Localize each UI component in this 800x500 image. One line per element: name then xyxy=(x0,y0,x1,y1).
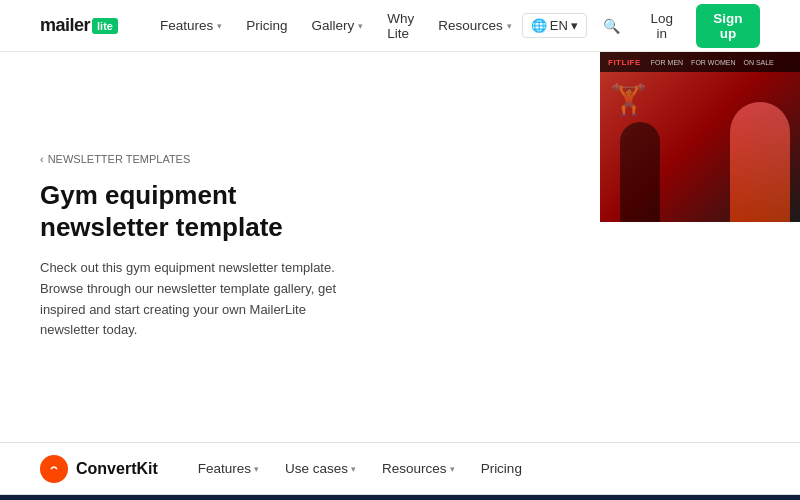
breadcrumb-arrow-icon: ‹ xyxy=(40,153,44,165)
ck-nav-pricing[interactable]: Pricing xyxy=(469,455,534,482)
language-selector[interactable]: 🌐 EN ▾ xyxy=(522,13,587,38)
template-description: Check out this gym equipment newsletter … xyxy=(40,258,350,341)
globe-icon: 🌐 xyxy=(531,18,547,33)
gym-weights-icon: 🏋️ xyxy=(610,82,647,117)
chevron-down-icon: ▾ xyxy=(507,21,512,31)
logo-lite-badge: lite xyxy=(92,18,118,34)
svg-point-0 xyxy=(47,462,61,476)
chevron-down-icon: ▾ xyxy=(351,464,356,474)
convertkit-logo[interactable]: ConvertKit xyxy=(40,455,158,483)
page-title: Gym equipment newsletter template xyxy=(40,179,340,244)
convertkit-navbar: ConvertKit Features ▾ Use cases ▾ Resour… xyxy=(0,443,800,495)
search-button[interactable]: 🔍 xyxy=(595,14,628,38)
gym-figure-2 xyxy=(620,122,660,222)
mailerlite-navbar: mailerlite Features ▾ Pricing Gallery ▾ … xyxy=(0,0,800,52)
nav-why-lite[interactable]: Why Lite xyxy=(377,5,424,47)
convertkit-logo-text: ConvertKit xyxy=(76,460,158,478)
logo-name: mailer xyxy=(40,15,90,36)
ck-nav-items: Features ▾ Use cases ▾ Resources ▾ Prici… xyxy=(186,455,534,482)
nav-features[interactable]: Features ▾ xyxy=(150,12,232,39)
gym-brand-label: FITLIFE xyxy=(608,58,641,67)
gym-figure-1 xyxy=(730,102,790,222)
chevron-down-icon: ▾ xyxy=(254,464,259,474)
chevron-down-icon: ▾ xyxy=(217,21,222,31)
template-content-area: ‹ NEWSLETTER TEMPLATES Gym equipment new… xyxy=(0,52,800,442)
ck-nav-use-cases[interactable]: Use cases ▾ xyxy=(273,455,368,482)
template-hero-image: FITLIFE FOR MEN FOR WOMEN ON SALE 🏋️ xyxy=(600,52,800,222)
mailerlite-logo[interactable]: mailerlite xyxy=(40,15,118,36)
chevron-down-icon: ▾ xyxy=(358,21,363,31)
chevron-down-icon: ▾ xyxy=(450,464,455,474)
signup-button[interactable]: Sign up xyxy=(696,4,760,48)
nav-right-section: 🌐 EN ▾ 🔍 Log in Sign up xyxy=(522,4,760,48)
chevron-down-icon: ▾ xyxy=(571,18,578,33)
main-nav-items: Features ▾ Pricing Gallery ▾ Why Lite Re… xyxy=(150,5,522,47)
nav-pricing[interactable]: Pricing xyxy=(236,12,297,39)
ck-nav-resources[interactable]: Resources ▾ xyxy=(370,455,467,482)
ck-nav-features[interactable]: Features ▾ xyxy=(186,455,271,482)
convertkit-logo-icon xyxy=(40,455,68,483)
dark-promo-banner xyxy=(0,495,800,500)
nav-gallery[interactable]: Gallery ▾ xyxy=(302,12,374,39)
nav-resources[interactable]: Resources ▾ xyxy=(428,12,522,39)
login-button[interactable]: Log in xyxy=(636,5,688,47)
gym-nav-items: FOR MEN FOR WOMEN ON SALE xyxy=(651,59,774,66)
